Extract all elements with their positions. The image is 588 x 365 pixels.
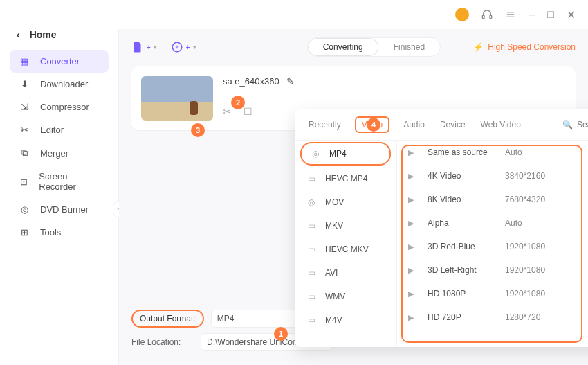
search-box[interactable]: 🔍 <box>562 120 588 130</box>
play-icon: ▶ <box>408 219 421 228</box>
preset-name: 8K Video <box>428 195 505 204</box>
converter-icon: ▦ <box>18 56 30 66</box>
play-icon: ▶ <box>408 313 421 322</box>
preset-name: HD 1080P <box>428 289 505 299</box>
sidebar-item-label: DVD Burner <box>40 204 89 215</box>
format-list: ◎MP4 ▭HEVC MP4 ◎MOV ▭MKV ▭HEVC MKV ▭AVI … <box>295 141 397 347</box>
content: +▾ +▾ Converting Finished ⚡High Speed Co… <box>119 29 588 365</box>
headset-icon[interactable] <box>481 9 493 20</box>
preset-list: ▶Same as sourceAuto✎ ▶4K Video3840*2160✎… <box>397 141 588 347</box>
format-label: M4V <box>325 315 342 325</box>
sidebar-item-label: Screen Recorder <box>39 171 100 192</box>
format-label: HEVC MP4 <box>325 174 367 184</box>
sidebar-item-converter[interactable]: ▦Converter <box>10 50 109 73</box>
tab-finished[interactable]: Finished <box>378 38 440 56</box>
tools-icon: ⊞ <box>18 227 30 238</box>
video-thumbnail[interactable] <box>141 76 213 121</box>
preset-resolution: 1280*720 <box>505 312 567 322</box>
play-icon: ▶ <box>408 195 421 204</box>
sidebar: ‹ Home ▦Converter ⬇Downloader ⇲Compresso… <box>0 29 119 365</box>
sidebar-item-dvd-burner[interactable]: ◎DVD Burner <box>10 198 109 221</box>
tab-converting[interactable]: Converting <box>308 38 378 56</box>
format-avi[interactable]: ▭AVI <box>295 261 396 285</box>
merger-icon: ⧉ <box>18 148 30 159</box>
search-input[interactable] <box>577 120 588 130</box>
home-row[interactable]: ‹ Home <box>10 29 109 50</box>
preset-1080p[interactable]: ▶HD 1080P1920*1080✎ <box>397 282 588 305</box>
sidebar-item-label: Converter <box>40 56 80 66</box>
dvd-icon: ◎ <box>18 204 30 215</box>
format-dropdown: Recently Video Audio Device Web Video 🔍 … <box>295 109 588 347</box>
minimize-button[interactable]: – <box>529 8 535 21</box>
add-dvd-button[interactable]: +▾ <box>171 41 196 53</box>
editor-icon: ✂ <box>18 125 30 135</box>
hevc-icon: ▭ <box>306 174 317 184</box>
sidebar-item-compressor[interactable]: ⇲Compressor <box>10 96 109 118</box>
sidebar-item-label: Downloader <box>40 79 88 89</box>
format-hevc-mp4[interactable]: ▭HEVC MP4 <box>295 167 396 190</box>
play-icon: ▶ <box>408 172 421 181</box>
format-mp4[interactable]: ◎MP4 <box>300 142 391 166</box>
output-format-value: MP4 <box>217 314 235 323</box>
preset-3d-left-right[interactable]: ▶3D Left-Right1920*1080✎ <box>397 258 588 282</box>
home-label: Home <box>30 29 57 40</box>
svg-point-5 <box>172 42 182 52</box>
preset-same-as-source[interactable]: ▶Same as sourceAuto✎ <box>397 141 588 164</box>
sidebar-item-label: Tools <box>40 227 61 238</box>
maximize-button[interactable]: □ <box>547 8 554 21</box>
file-location-label: File Location: <box>131 337 194 347</box>
sidebar-item-downloader[interactable]: ⬇Downloader <box>10 73 109 96</box>
preset-4k[interactable]: ▶4K Video3840*2160✎ <box>397 164 588 188</box>
rename-icon[interactable]: ✎ <box>286 76 294 87</box>
sidebar-item-screen-recorder[interactable]: ⊡Screen Recorder <box>10 165 109 198</box>
tab-device[interactable]: Device <box>439 117 467 132</box>
preset-resolution: Auto <box>505 148 567 157</box>
callout-1: 1 <box>274 327 288 341</box>
format-m4v[interactable]: ▭M4V <box>295 308 396 332</box>
downloader-icon: ⬇ <box>18 79 30 89</box>
trim-icon[interactable]: ✂ <box>223 106 231 117</box>
tab-audio[interactable]: Audio <box>402 117 426 132</box>
play-icon: ▶ <box>408 242 421 251</box>
preset-alpha[interactable]: ▶AlphaAuto✎ <box>397 211 588 235</box>
play-icon: ▶ <box>408 266 421 275</box>
film-icon: ▭ <box>306 268 317 278</box>
format-label: WMV <box>325 292 345 301</box>
back-icon[interactable]: ‹ <box>17 29 20 40</box>
preset-8k[interactable]: ▶8K Video7680*4320✎ <box>397 188 588 211</box>
format-wmv[interactable]: ▭WMV <box>295 285 396 308</box>
compressor-icon: ⇲ <box>18 102 30 112</box>
callout-2: 2 <box>231 96 245 109</box>
preset-resolution: 7680*4320 <box>505 195 567 204</box>
play-icon: ▶ <box>408 290 421 299</box>
preset-3d-red-blue[interactable]: ▶3D Red-Blue1920*1080✎ <box>397 235 588 258</box>
avatar[interactable] <box>455 8 469 21</box>
sidebar-item-merger[interactable]: ⧉Merger <box>10 141 109 165</box>
preset-resolution: 1920*1080 <box>505 265 567 275</box>
preset-resolution: 1920*1080 <box>505 242 567 251</box>
sidebar-item-editor[interactable]: ✂Editor <box>10 118 109 141</box>
callout-3: 3 <box>191 123 205 137</box>
tab-web-video[interactable]: Web Video <box>479 117 522 132</box>
menu-icon[interactable] <box>505 9 516 20</box>
sidebar-item-label: Merger <box>40 148 68 159</box>
preset-resolution: Auto <box>505 218 567 228</box>
format-label: HEVC MKV <box>325 244 369 254</box>
crop-icon[interactable]: ☐ <box>244 106 252 117</box>
dropdown-tabs: Recently Video Audio Device Web Video 🔍 <box>295 109 588 141</box>
preset-resolution: 3840*2160 <box>505 171 567 181</box>
preset-720p[interactable]: ▶HD 720P1280*720✎ <box>397 305 588 329</box>
high-speed-toggle[interactable]: ⚡High Speed Conversion <box>473 42 576 52</box>
format-mkv[interactable]: ▭MKV <box>295 214 396 238</box>
preset-name: Same as source <box>428 148 505 157</box>
format-mov[interactable]: ◎MOV <box>295 190 396 214</box>
titlebar: – □ ✕ <box>0 0 588 29</box>
tab-recently[interactable]: Recently <box>307 117 342 132</box>
add-file-button[interactable]: +▾ <box>131 41 157 53</box>
close-button[interactable]: ✕ <box>567 8 576 21</box>
sidebar-item-tools[interactable]: ⊞Tools <box>10 221 109 244</box>
film-icon: ▭ <box>306 292 317 301</box>
callout-4: 4 <box>367 118 380 132</box>
format-hevc-mkv[interactable]: ▭HEVC MKV <box>295 238 396 261</box>
svg-point-6 <box>176 46 178 48</box>
